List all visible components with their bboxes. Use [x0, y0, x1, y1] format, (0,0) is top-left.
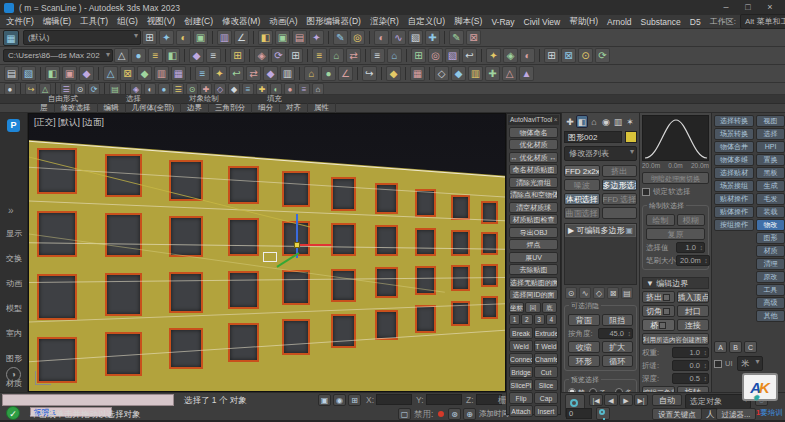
script-button[interactable]: ↔ 优化材质 ↔: [509, 152, 558, 163]
unhide-all-icon[interactable]: ⌂: [312, 83, 324, 95]
dock-circle-icon[interactable]: ◑: [6, 367, 21, 382]
unlink-selection-icon[interactable]: ⟳: [271, 48, 286, 63]
select-and-place-icon[interactable]: ↩: [462, 48, 477, 63]
window-opening[interactable]: [105, 213, 142, 257]
previous-frame-icon[interactable]: ◀: [604, 394, 618, 406]
window-opening[interactable]: [415, 228, 436, 256]
window-opening[interactable]: [451, 265, 470, 291]
relax-tool-icon[interactable]: ●: [284, 83, 296, 95]
rendered-frame-icon[interactable]: ⇄: [246, 66, 261, 81]
reference-coordinate-system-icon[interactable]: ✦: [486, 48, 501, 63]
modifier-list-dropdown[interactable]: 修改器列表: [564, 146, 637, 161]
slice-plane-icon[interactable]: ☰: [172, 83, 184, 95]
key-mode-icon[interactable]: [596, 407, 610, 420]
window-opening[interactable]: [228, 166, 259, 204]
capture-state-icon[interactable]: ◎: [350, 30, 365, 45]
script-button[interactable]: 场景转换: [714, 128, 754, 140]
isolate-selection-icon[interactable]: ▥: [217, 30, 232, 45]
fetch-scene-icon[interactable]: ◧: [165, 48, 180, 63]
gizmo-center[interactable]: [294, 242, 300, 248]
viewport[interactable]: [正交] [默认] [边面]: [28, 113, 506, 392]
save-as-icon[interactable]: ●: [131, 48, 146, 63]
paint-button[interactable]: 绘制: [646, 214, 675, 226]
window-opening[interactable]: [451, 301, 470, 327]
poly-tool-button[interactable]: Insert: [534, 405, 558, 417]
script-button[interactable]: 优化材质: [509, 139, 558, 150]
dock-item[interactable]: 交换: [0, 246, 28, 271]
select-object-icon[interactable]: ⌂: [329, 48, 344, 63]
window-opening[interactable]: [169, 160, 203, 201]
material-id-button[interactable]: 4: [546, 314, 557, 325]
dock-item[interactable]: 室内: [0, 321, 28, 346]
ribbon-subtab[interactable]: 几何体(全部): [126, 103, 182, 113]
menu-item[interactable]: 编辑(E): [43, 16, 71, 28]
ribbon-subtab[interactable]: 对齐: [280, 103, 308, 113]
cut-tool-icon[interactable]: ✚: [200, 83, 212, 95]
script-button[interactable]: 装载: [756, 206, 785, 218]
script-button[interactable]: 视图: [756, 115, 785, 127]
extrude-button[interactable]: 挤出: [642, 291, 675, 303]
chamfer-settings-icon[interactable]: [663, 308, 670, 315]
render-iterative-icon[interactable]: ✎: [449, 30, 464, 45]
create-layer-icon[interactable]: ⊞: [142, 30, 157, 45]
render-production-icon[interactable]: ◆: [263, 66, 278, 81]
menu-item[interactable]: 组(G): [117, 16, 138, 28]
window-opening[interactable]: [105, 273, 142, 317]
chamfer-button[interactable]: 切角: [642, 305, 675, 317]
window-opening[interactable]: [451, 230, 470, 256]
insert-vertex-button[interactable]: 插入顶点: [677, 291, 710, 303]
menu-item[interactable]: D5: [690, 17, 701, 27]
expand-chevron-icon[interactable]: »: [8, 205, 14, 216]
mirror-icon[interactable]: ◧: [258, 30, 273, 45]
meshsmooth-icon[interactable]: ◇: [214, 83, 226, 95]
poly-tool-button[interactable]: Flip: [509, 392, 533, 404]
arnold-render-icon[interactable]: ⊠: [466, 30, 481, 45]
end-isolate-icon[interactable]: ∠: [234, 30, 249, 45]
bind-to-space-warp-icon[interactable]: ⊞: [288, 48, 303, 63]
material-editor-compact-icon[interactable]: ≡: [195, 66, 210, 81]
poly-tool-button[interactable]: SlicePl: [509, 379, 533, 391]
material-id-button[interactable]: 1: [509, 314, 520, 325]
bridge-button[interactable]: 桥: [642, 319, 675, 331]
window-opening[interactable]: [481, 296, 498, 319]
script-button[interactable]: 选择: [756, 128, 785, 140]
create-shape-button[interactable]: 利用所选内容创建图形: [642, 333, 709, 345]
modifier-button[interactable]: FFD 选择: [602, 193, 638, 205]
window-opening[interactable]: [375, 225, 398, 256]
preset-button[interactable]: B: [729, 341, 742, 353]
isolate-toggle-icon[interactable]: ◆: [386, 66, 401, 81]
window-opening[interactable]: [228, 271, 259, 309]
menu-item[interactable]: 视图(V): [147, 16, 175, 28]
script-button[interactable]: 材质: [756, 245, 785, 257]
bridge-settings-icon[interactable]: [659, 322, 666, 329]
by-angle-spinner[interactable]: 45.0: [598, 328, 633, 339]
menu-item[interactable]: Substance: [641, 17, 681, 27]
script-button[interactable]: 回: [525, 302, 540, 313]
remove-modifier-icon[interactable]: ⊠: [607, 287, 619, 299]
motion-tab-icon[interactable]: ◉: [600, 115, 612, 128]
ribbon-toggle-icon[interactable]: ◆: [137, 66, 152, 81]
schematic-view-icon[interactable]: ▦: [171, 66, 186, 81]
project-path-dropdown[interactable]: C:\Users\86—ds Max 202: [3, 49, 113, 62]
menu-item[interactable]: 脚本(S): [454, 16, 482, 28]
script-button[interactable]: 物体合并: [714, 141, 754, 153]
script-button[interactable]: 黑板: [756, 167, 785, 179]
shaded-face-toggle-button[interactable]: 明暗处理面切换: [642, 172, 709, 184]
poly-tool-button[interactable]: Connect: [509, 353, 533, 365]
poly-tool-button[interactable]: Cut: [534, 366, 558, 378]
play-icon[interactable]: ▶: [619, 394, 633, 406]
window-opening[interactable]: [481, 201, 498, 224]
window-opening[interactable]: [282, 319, 310, 355]
menu-item[interactable]: V-Ray: [491, 17, 514, 27]
window-opening[interactable]: [331, 314, 356, 347]
preset-button[interactable]: A: [714, 341, 727, 353]
use-pivot-center-icon[interactable]: ◈: [503, 48, 518, 63]
render-production-icon[interactable]: ✚: [425, 30, 440, 45]
set-current-layer-icon[interactable]: ▣: [193, 30, 208, 45]
script-button[interactable]: 展UV: [509, 252, 558, 263]
grid-helper-icon[interactable]: ◆: [189, 48, 204, 63]
script-panel-titlebar[interactable]: AutoNaviTTool ×: [508, 115, 559, 125]
create-tab-icon[interactable]: ✚: [564, 115, 576, 128]
isolate-toggle-icon[interactable]: ▣: [318, 394, 331, 406]
ribbon-subtab[interactable]: 边界: [181, 103, 209, 113]
